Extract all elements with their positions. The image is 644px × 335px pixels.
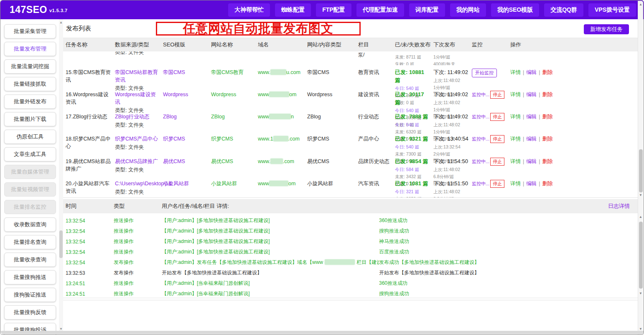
sidebar-scrollbar[interactable]: ▲ ▼	[59, 19, 63, 332]
add-publish-task-button[interactable]: 新增发布任务	[584, 24, 629, 34]
sidebar-item-link-grab[interactable]: 批量链接抓取	[4, 77, 56, 91]
sidebar-item-rank-query[interactable]: 批量排名查询	[4, 235, 56, 249]
edit-link[interactable]: 编辑	[526, 92, 537, 97]
detail-link[interactable]: 详情	[510, 136, 521, 142]
rate: 1分钟/篇	[433, 107, 468, 113]
stop-monitor-button[interactable]: 停止	[490, 180, 504, 188]
edit-link[interactable]: 编辑	[526, 136, 537, 142]
nav-item-ftp-config[interactable]: FTP配置	[316, 3, 351, 17]
log-time: 13:32:54	[66, 249, 114, 255]
nav-item-spider-config[interactable]: 蜘蛛配置	[275, 3, 311, 17]
scroll-down-icon[interactable]: ▼	[638, 327, 643, 331]
stop-monitor-button[interactable]: 停止	[490, 158, 504, 166]
sidebar-item-pseudo-original[interactable]: 伪原创工具	[4, 130, 56, 144]
next-time: 下次: 11:49:02	[433, 91, 468, 99]
nav-item-helper[interactable]: 大神帮帮忙	[228, 3, 270, 17]
app-logo: 147SEOv1.5.3.7	[10, 4, 68, 15]
sidebar-item-backlink[interactable]: 批量外链发布	[4, 95, 56, 109]
sidebar-item-sogou-push[interactable]: 批量搜狗推送	[4, 270, 56, 284]
col-next-publish: 下次发布	[433, 41, 472, 49]
detail-link[interactable]: 详情	[510, 69, 521, 75]
edit-link[interactable]: 编辑	[526, 159, 537, 164]
source-type: 类型: 文件夹	[115, 143, 160, 151]
next-time: 下次: 11:49:02	[433, 69, 468, 77]
nav-item-qq-group[interactable]: 交流QQ群	[544, 3, 583, 17]
delete-link[interactable]: 删除	[542, 69, 553, 75]
domain-prefix: www	[258, 181, 269, 187]
domain: wwwom	[258, 180, 307, 198]
log-time: 13:24:51	[66, 281, 114, 286]
detail-link[interactable]: 详情	[510, 114, 521, 120]
app-window: { "topbar": { "logo": "147SEO", "version…	[0, 0, 644, 335]
scroll-up-icon[interactable]: ▲	[638, 215, 643, 219]
log-row: 13:24:51 推送操作 【用户:admin】[当幸福来敲门原创解说] 搜狗推…	[63, 289, 639, 298]
rate: 1分钟/篇	[433, 84, 468, 91]
task-table-body: 类型: 文件夹 泵/ 未发: 8711 篇失败: 0 篇 1分钟/篇400篇/每…	[63, 51, 639, 198]
nav-item-my-seo-templates[interactable]: 我的SEO模版	[491, 3, 540, 17]
scroll-down-icon[interactable]: ▼	[638, 292, 643, 295]
nav-item-my-sites[interactable]: 我的网站	[450, 3, 486, 17]
sidebar-item-sogou-verify[interactable]: 搜狗验证推送	[4, 288, 56, 302]
log-type: 推送操作	[114, 290, 162, 297]
sidebar-item-sogou-feedback[interactable]: 批量搜狗反馈	[4, 305, 56, 320]
table-scrollbar-thumb[interactable]	[639, 149, 643, 192]
scroll-up-icon[interactable]: ▲	[638, 3, 643, 6]
last-time: 上次:11:48:02	[433, 189, 468, 195]
seo-template: 小旋风站群	[163, 180, 211, 198]
domain-prefix: www.1	[258, 136, 273, 142]
detail-link[interactable]: 详情	[510, 92, 521, 97]
masked-domain	[273, 136, 288, 141]
site-name: 小旋风站群	[211, 180, 258, 198]
domain-prefix: www.	[258, 159, 270, 164]
scroll-down-icon[interactable]: ▼	[638, 193, 643, 197]
nav-item-proxy-config[interactable]: 代理配置加速	[356, 3, 404, 17]
last-time: 上次:11:48:02	[433, 166, 468, 173]
sidebar-item-article-gen[interactable]: 文章生成工具	[4, 147, 56, 161]
stop-monitor-button[interactable]: 停止	[490, 91, 504, 99]
delete-link[interactable]: 删除	[542, 92, 553, 97]
nav-item-vps-dial[interactable]: VPS拨号设置	[588, 3, 636, 17]
sidebar-item-index-query[interactable]: 批量收录查询	[4, 253, 56, 267]
sidebar-item-publish[interactable]: 批量发布管理	[4, 42, 56, 56]
log-detail-link[interactable]: 日志详情	[608, 202, 630, 210]
log-row: 13:32:54 推送操作 【用户:admin】[多地加快推进基础设施工程建设]…	[63, 215, 639, 226]
unpublished-count: 未发: 3050 篇	[395, 196, 430, 198]
source-type: 类型: 文件夹	[115, 188, 160, 196]
horizontal-scrollbar-track[interactable]	[1, 331, 644, 334]
delete-link[interactable]: 删除	[542, 114, 553, 120]
logo-text: 147SEO	[10, 4, 47, 15]
edit-link[interactable]: 编辑	[526, 114, 537, 120]
sidebar-item-traffic-words[interactable]: 批量流量词挖掘	[4, 59, 56, 74]
log-detail: 【用户:admin】[多地加快推进基础设施工程建设]	[162, 217, 379, 224]
sidebar-item-index-data[interactable]: 收录数据查询	[4, 217, 56, 232]
domain-suffix: .com	[288, 136, 300, 142]
unpublished-count: 未发: 6320 篇	[395, 129, 430, 135]
detail-link[interactable]: 详情	[510, 181, 521, 187]
delete-link[interactable]: 删除	[542, 136, 553, 142]
detail-link[interactable]: 详情	[510, 159, 521, 164]
sidebar-item-image-download[interactable]: 批量图片下载	[4, 112, 56, 126]
log-time: 13:24:51	[66, 291, 114, 297]
table-header-row: 任务名称 数据来源/类型 SEO模版 网站名称 域名 网站/内容类型 栏目 已/…	[63, 38, 639, 51]
main-header: 发布列表 任意网站自动批量发布图文 新增发布任务	[63, 19, 639, 38]
vertical-scrollbar[interactable]: ▲ ▼ ▲ ▼ ▼	[638, 1, 643, 335]
start-monitor-button[interactable]: 开始监控	[472, 69, 497, 77]
rate: 6.8分钟/篇	[433, 174, 468, 180]
scroll-up-icon[interactable]: ▲	[59, 20, 63, 24]
log-type: 推送操作	[114, 280, 162, 287]
stop-monitor-button[interactable]: 停止	[490, 113, 504, 121]
delete-link[interactable]: 删除	[542, 181, 553, 187]
scroll-down-icon[interactable]: ▼	[59, 327, 63, 331]
log-detail: 【用户:admin】发布任务【多地加快推进基础设施工程建设】域名【www栏目【建…	[162, 259, 379, 266]
sidebar-item-collect[interactable]: 批量采集管理	[4, 24, 56, 38]
log-time: 13:32:54	[66, 260, 114, 266]
nav-item-lexicon-config[interactable]: 词库配置	[409, 3, 445, 17]
edit-link[interactable]: 编辑	[526, 181, 537, 187]
sidebar-scrollbar-thumb[interactable]	[59, 230, 63, 258]
stop-monitor-button[interactable]: 停止	[490, 135, 504, 143]
masked-domain	[269, 92, 289, 97]
log-scrollbar-thumb[interactable]	[639, 222, 643, 289]
edit-link[interactable]: 编辑	[526, 69, 537, 75]
last-time: 上次:11:48:02	[433, 77, 468, 84]
delete-link[interactable]: 删除	[542, 159, 553, 164]
